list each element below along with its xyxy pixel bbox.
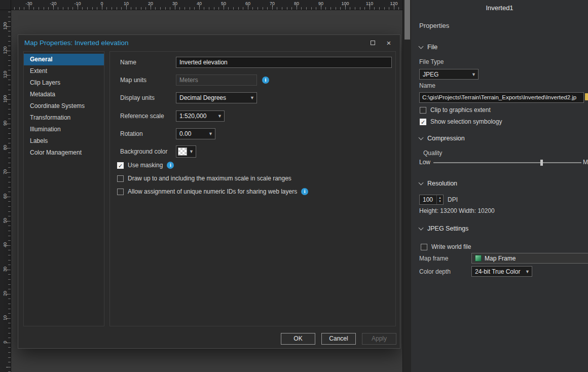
dialog-tab-labels[interactable]: Labels	[24, 135, 104, 147]
spinner-down-icon[interactable]: ▼	[438, 200, 442, 203]
background-color-label: Background color	[120, 148, 167, 155]
checkbox-label: Write world file	[431, 243, 471, 250]
chevron-down-icon: ▼	[250, 95, 254, 100]
reference-scale-label: Reference scale	[120, 113, 164, 120]
checkbox-checked[interactable]	[117, 162, 124, 169]
ruler-number: 40	[3, 240, 8, 250]
chevron-down-icon: ▼	[189, 149, 194, 154]
dialog-tab-metadata[interactable]: Metadata	[24, 89, 104, 100]
app-window: -30-20-100102030405060708090100110120 13…	[0, 0, 588, 372]
ruler-number: 110	[3, 69, 8, 80]
file-path-input[interactable]: C:\gis\Projects\Terrain\Terrain_Exports\…	[419, 92, 584, 103]
info-icon: i	[167, 162, 174, 169]
ruler-number: 90	[3, 118, 8, 128]
dialog-tab-list: GeneralExtentClip LayersMetadataCoordina…	[23, 51, 104, 326]
spinner-arrows[interactable]: ▲▼	[436, 195, 443, 204]
reference-scale-value: 1:520,000	[179, 113, 215, 120]
dpi-spinner[interactable]: 100 ▲▼	[419, 195, 444, 205]
ruler-number: 30	[172, 1, 177, 6]
ruler-number: 0	[3, 337, 8, 347]
maximize-button[interactable]	[365, 38, 380, 48]
section-compression[interactable]: Compression	[419, 135, 465, 142]
cancel-button[interactable]: Cancel	[321, 333, 356, 345]
map-frame-icon	[475, 255, 482, 262]
reference-scale-dropdown[interactable]: 1:520,000 ▼	[176, 110, 225, 122]
dpi-value: 100	[420, 195, 436, 204]
display-units-value: Decimal Degrees	[179, 94, 248, 101]
quality-slider-thumb[interactable]	[540, 160, 543, 166]
ruler-number: 100	[341, 1, 349, 6]
dialog-tab-coordinate-systems[interactable]: Coordinate Systems	[24, 100, 104, 112]
rotation-dropdown[interactable]: 0.00 ▼	[176, 128, 215, 139]
ruler-number: -20	[50, 1, 56, 6]
checkbox-unchecked[interactable]	[420, 107, 426, 114]
output-size-text: Height: 13200 Width: 10200	[419, 207, 495, 214]
checkbox-unchecked[interactable]	[117, 189, 124, 195]
quality-max-label: M	[583, 159, 588, 166]
dialog-tab-color-management[interactable]: Color Management	[24, 147, 104, 159]
dialog-tab-extent[interactable]: Extent	[24, 65, 104, 77]
write-world-file-checkbox-row[interactable]: Write world file	[421, 242, 471, 251]
section-jpeg-settings-title: JPEG Settings	[427, 225, 468, 232]
export-item-inverted1[interactable]: Inverted1	[411, 4, 588, 12]
color-depth-value: 24-bit True Color	[475, 268, 525, 275]
background-color-picker[interactable]: ▼	[176, 145, 196, 158]
vertical-scrollbar[interactable]	[402, 0, 411, 372]
checkbox-unchecked[interactable]	[421, 244, 427, 250]
checkbox-checked[interactable]	[420, 119, 426, 125]
map-frame-dropdown[interactable]: Map Frame	[471, 253, 588, 264]
section-file[interactable]: File	[419, 44, 437, 51]
checkbox-label: Clip to graphics extent	[430, 106, 491, 114]
properties-header: Properties	[419, 22, 449, 29]
map-frame-value: Map Frame	[485, 255, 587, 262]
name-input[interactable]: Inverted elevation	[176, 57, 392, 68]
checkbox-unchecked[interactable]	[117, 175, 124, 182]
file-type-dropdown[interactable]: JPEG ▼	[419, 69, 479, 80]
dialog-tab-general[interactable]: General	[24, 54, 104, 65]
dialog-tab-illumination[interactable]: Illumination	[24, 124, 104, 135]
horizontal-ruler: -30-20-100102030405060708090100110120	[11, 0, 402, 10]
chevron-down-icon: ▼	[217, 114, 222, 119]
ruler-number: 20	[148, 1, 153, 6]
dialog-checkbox-row[interactable]: Draw up to and including the maximum sca…	[117, 174, 308, 183]
info-icon: i	[301, 188, 308, 195]
section-jpeg-settings[interactable]: JPEG Settings	[419, 225, 468, 232]
dialog-title-bar[interactable]: Map Properties: Inverted elevation	[18, 35, 400, 50]
file-name-label: Name	[419, 82, 435, 89]
ruler-number: -30	[25, 1, 32, 6]
ruler-number: 70	[3, 167, 8, 177]
ok-button[interactable]: OK	[281, 333, 315, 345]
color-depth-dropdown[interactable]: 24-bit True Color ▼	[471, 266, 532, 277]
browse-folder-icon[interactable]	[585, 95, 588, 100]
dialog-checkbox-row[interactable]: Allow assignment of unique numeric IDs f…	[117, 187, 308, 196]
ruler-number: 10	[124, 1, 129, 6]
rotation-label: Rotation	[120, 130, 143, 137]
ruler-corner	[0, 0, 11, 10]
section-file-title: File	[427, 44, 437, 51]
chevron-expanded-icon	[419, 180, 424, 185]
section-resolution[interactable]: Resolution	[419, 180, 457, 187]
section-resolution-title: Resolution	[427, 180, 457, 187]
ruler-number: 20	[3, 288, 8, 299]
dialog-tab-transformation[interactable]: Transformation	[24, 112, 104, 124]
scrollbar-thumb[interactable]	[405, 0, 410, 40]
display-units-label: Display units	[120, 94, 155, 101]
ruler-number: 80	[294, 1, 299, 6]
ruler-number: 50	[3, 215, 8, 226]
dialog-content: Name Inverted elevation Map units Meters…	[109, 51, 396, 326]
display-units-dropdown[interactable]: Decimal Degrees ▼	[176, 92, 257, 103]
ruler-number: 80	[3, 142, 8, 153]
spinner-up-icon[interactable]: ▲	[438, 196, 442, 200]
chevron-expanded-icon	[419, 44, 424, 49]
clip-to-graphics-checkbox-row[interactable]: Clip to graphics extent	[420, 105, 491, 115]
vertical-ruler: 1301201101009080706050403020100	[0, 10, 11, 372]
show-selection-symbology-checkbox-row[interactable]: Show selection symbology	[420, 117, 502, 126]
quality-label: Quality	[423, 150, 442, 157]
dialog-tab-clip-layers[interactable]: Clip Layers	[24, 77, 104, 89]
close-button[interactable]: ×	[382, 38, 396, 48]
close-icon: ×	[387, 39, 391, 47]
info-icon: i	[262, 77, 269, 84]
chevron-down-icon: ▼	[208, 131, 213, 136]
dialog-checkbox-row[interactable]: Use maskingi	[117, 161, 308, 170]
quality-slider[interactable]	[433, 162, 581, 163]
